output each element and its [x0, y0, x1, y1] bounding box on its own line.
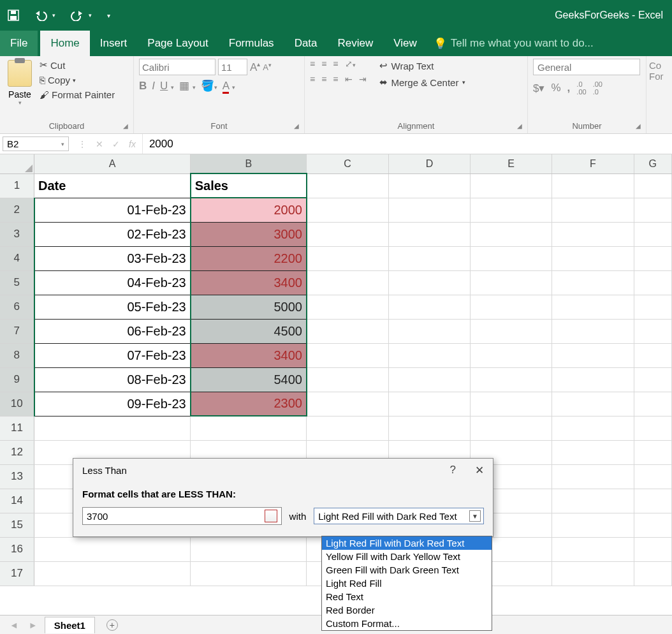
formula-input[interactable]: 2000: [143, 138, 672, 151]
tell-me-search[interactable]: 💡 Tell me what you want to do...: [434, 31, 594, 56]
align-top-icon[interactable]: ≡: [310, 59, 315, 69]
tab-page-layout[interactable]: Page Layout: [137, 31, 218, 56]
select-all-corner[interactable]: [0, 154, 34, 173]
cell-G5[interactable]: [634, 270, 671, 295]
format-option[interactable]: Red Border: [322, 603, 492, 617]
col-head-C[interactable]: C: [307, 154, 388, 173]
align-left-icon[interactable]: ≡: [310, 74, 315, 84]
cell-C4[interactable]: [307, 246, 388, 270]
qat-customize-icon[interactable]: ▾: [103, 10, 114, 22]
cell-F13[interactable]: [552, 464, 634, 489]
cell-F11[interactable]: [552, 416, 634, 440]
cell-E9[interactable]: [471, 367, 552, 392]
cell-E5[interactable]: [471, 270, 552, 295]
comma-format-icon[interactable]: ,: [567, 82, 571, 94]
format-option[interactable]: Light Red Fill: [322, 577, 492, 590]
cell-A3[interactable]: 02-Feb-23: [34, 222, 191, 246]
help-icon[interactable]: ?: [450, 464, 456, 477]
col-head-B[interactable]: B: [191, 154, 307, 173]
row-head-11[interactable]: 11: [0, 416, 34, 440]
tab-insert[interactable]: Insert: [90, 31, 138, 56]
number-format-select[interactable]: [533, 59, 640, 75]
decrease-indent-icon[interactable]: ⇤: [345, 74, 353, 84]
cell-B3[interactable]: 3000: [191, 222, 307, 246]
format-painter-button[interactable]: 🖌Format Painter: [38, 89, 116, 101]
align-right-icon[interactable]: ≡: [333, 74, 338, 84]
new-sheet-button[interactable]: +: [106, 619, 118, 631]
cell-F4[interactable]: [552, 246, 634, 270]
cell-B2[interactable]: 2000: [191, 198, 307, 222]
sheet-tab-active[interactable]: Sheet1: [45, 617, 95, 633]
cell-A7[interactable]: 06-Feb-23: [34, 319, 191, 343]
cell-B11[interactable]: [191, 416, 307, 440]
cell-C3[interactable]: [307, 222, 388, 246]
cell-G16[interactable]: [634, 537, 671, 561]
col-head-D[interactable]: D: [388, 154, 470, 173]
cell-A9[interactable]: 08-Feb-23: [34, 367, 191, 392]
cell-F16[interactable]: [552, 537, 634, 561]
decrease-decimal-icon[interactable]: .00.0: [593, 80, 603, 96]
cell-C10[interactable]: [307, 392, 388, 416]
cell-D7[interactable]: [388, 319, 470, 343]
fill-color-button[interactable]: 🪣▾: [201, 79, 217, 92]
format-option[interactable]: Yellow Fill with Dark Yellow Text: [322, 550, 492, 563]
row-head-9[interactable]: 9: [0, 367, 34, 392]
border-button[interactable]: ▦ ▾: [179, 79, 196, 92]
sheet-nav-next-icon[interactable]: ►: [26, 620, 41, 630]
row-head-14[interactable]: 14: [0, 489, 34, 513]
cell-G14[interactable]: [634, 489, 671, 513]
cell-G8[interactable]: [634, 343, 671, 367]
cell-C11[interactable]: [307, 416, 388, 440]
format-option[interactable]: Green Fill with Dark Green Text: [322, 563, 492, 577]
increase-font-icon[interactable]: A▴: [250, 61, 260, 74]
row-head-4[interactable]: 4: [0, 246, 34, 270]
col-head-F[interactable]: F: [552, 154, 634, 173]
cut-button[interactable]: ✂Cut: [38, 59, 116, 71]
cell-B4[interactable]: 2200: [191, 246, 307, 270]
tab-data[interactable]: Data: [284, 31, 328, 56]
tab-review[interactable]: Review: [328, 31, 384, 56]
row-head-3[interactable]: 3: [0, 222, 34, 246]
cell-C8[interactable]: [307, 343, 388, 367]
cell-E10[interactable]: [471, 392, 552, 416]
cell-G15[interactable]: [634, 513, 671, 537]
increase-decimal-icon[interactable]: .0.00: [576, 80, 586, 96]
cell-F12[interactable]: [552, 440, 634, 464]
cell-C7[interactable]: [307, 319, 388, 343]
cell-G17[interactable]: [634, 561, 671, 586]
cell-F7[interactable]: [552, 319, 634, 343]
redo-icon[interactable]: ▾: [67, 7, 96, 24]
cell-F1[interactable]: [552, 173, 634, 198]
cell-B10[interactable]: 2300: [191, 392, 307, 416]
cell-G10[interactable]: [634, 392, 671, 416]
cell-D4[interactable]: [388, 246, 470, 270]
cell-A17[interactable]: [34, 561, 191, 586]
row-head-8[interactable]: 8: [0, 343, 34, 367]
orientation-icon[interactable]: ⤢▾: [345, 59, 356, 69]
alignment-launcher-icon[interactable]: ◢: [517, 122, 522, 129]
increase-indent-icon[interactable]: ⇥: [359, 74, 367, 84]
cell-E11[interactable]: [471, 416, 552, 440]
cell-D11[interactable]: [388, 416, 470, 440]
format-option[interactable]: Custom Format...: [322, 617, 492, 630]
cell-F3[interactable]: [552, 222, 634, 246]
cell-B5[interactable]: 3400: [191, 270, 307, 295]
row-head-5[interactable]: 5: [0, 270, 34, 295]
row-head-15[interactable]: 15: [0, 513, 34, 537]
align-middle-icon[interactable]: ≡: [321, 59, 326, 69]
format-select[interactable]: Light Red Fill with Dark Red Text ▼: [314, 508, 484, 524]
cell-B7[interactable]: 4500: [191, 319, 307, 343]
row-head-17[interactable]: 17: [0, 561, 34, 586]
format-option[interactable]: Light Red Fill with Dark Red Text: [322, 536, 492, 550]
number-launcher-icon[interactable]: ◢: [636, 122, 641, 129]
cell-G13[interactable]: [634, 464, 671, 489]
cell-A8[interactable]: 07-Feb-23: [34, 343, 191, 367]
cell-G11[interactable]: [634, 416, 671, 440]
cell-A5[interactable]: 04-Feb-23: [34, 270, 191, 295]
format-option[interactable]: Red Text: [322, 590, 492, 603]
col-head-E[interactable]: E: [471, 154, 552, 173]
threshold-input[interactable]: 3700: [82, 507, 282, 525]
cell-A1[interactable]: Date: [34, 173, 191, 198]
save-icon[interactable]: [4, 7, 23, 24]
cell-F2[interactable]: [552, 198, 634, 222]
